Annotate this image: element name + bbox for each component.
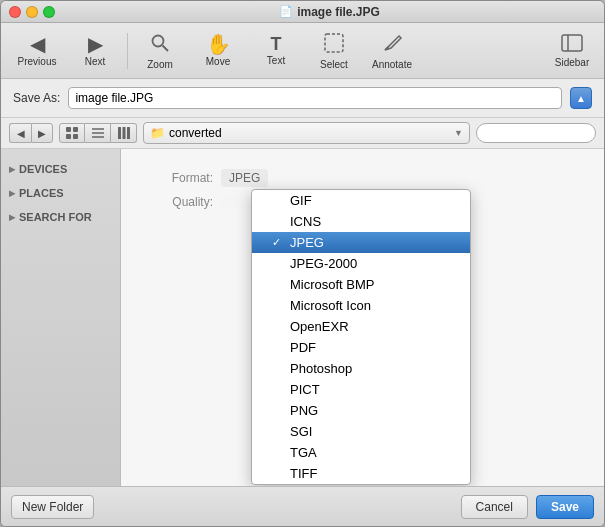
dropdown-item-jpeg2000[interactable]: JPEG-2000 [252, 253, 470, 274]
sidebar-devices-header[interactable]: ▶ DEVICES [1, 161, 120, 177]
places-label: PLACES [19, 187, 64, 199]
text-label: Text [267, 55, 285, 66]
annotate-icon [381, 32, 403, 57]
saveas-label: Save As: [13, 91, 60, 105]
view-list-button[interactable] [85, 123, 111, 143]
view-column-button[interactable] [111, 123, 137, 143]
dropdown-item-tiff[interactable]: TIFF [252, 463, 470, 484]
item-label-msft-icon: Microsoft Icon [290, 298, 371, 313]
next-button[interactable]: ▶ Next [67, 27, 123, 75]
new-folder-button[interactable]: New Folder [11, 495, 94, 519]
item-label-pdf: PDF [290, 340, 316, 355]
dropdown-item-png[interactable]: PNG [252, 400, 470, 421]
traffic-lights [9, 6, 55, 18]
dropdown-item-sgi[interactable]: SGI [252, 421, 470, 442]
dropdown-item-tga[interactable]: TGA [252, 442, 470, 463]
sidebar: ▶ DEVICES ▶ PLACES ▶ SEARCH FOR [1, 149, 121, 486]
item-label-icns: ICNS [290, 214, 321, 229]
previous-icon: ◀ [30, 34, 45, 54]
sidebar-section-search: ▶ SEARCH FOR [1, 205, 120, 229]
sidebar-icon [561, 34, 583, 55]
previous-label: Previous [18, 56, 57, 67]
location-arrow-icon: ▼ [454, 128, 463, 138]
folder-icon: 📁 [150, 126, 165, 140]
zoom-button[interactable]: Zoom [132, 27, 188, 75]
close-button[interactable] [9, 6, 21, 18]
dropdown-item-pict[interactable]: PICT [252, 379, 470, 400]
checkmark-jpeg: ✓ [272, 236, 286, 249]
devices-label: DEVICES [19, 163, 67, 175]
cancel-label: Cancel [476, 500, 513, 514]
svg-rect-15 [127, 127, 130, 139]
main-area: ▶ DEVICES ▶ PLACES ▶ SEARCH FOR [1, 149, 604, 486]
disclosure-button[interactable]: ▲ [570, 87, 592, 109]
saveas-bar: Save As: ▲ [1, 79, 604, 118]
svg-point-0 [153, 35, 164, 46]
window-title: 📄 image file.JPG [63, 5, 596, 19]
nav-back-icon: ◀ [17, 128, 25, 139]
item-label-photoshop: Photoshop [290, 361, 352, 376]
search-arrow-icon: ▶ [9, 213, 15, 222]
dropdown-item-msft-icon[interactable]: Microsoft Icon [252, 295, 470, 316]
zoom-label: Zoom [147, 59, 173, 70]
item-label-tga: TGA [290, 445, 317, 460]
dropdown-item-icns[interactable]: ICNS [252, 211, 470, 232]
title-text: image file.JPG [297, 5, 380, 19]
new-folder-label: New Folder [22, 500, 83, 514]
sidebar-search-header[interactable]: ▶ SEARCH FOR [1, 209, 120, 225]
save-button[interactable]: Save [536, 495, 594, 519]
item-label-png: PNG [290, 403, 318, 418]
annotate-button[interactable]: Annotate [364, 27, 420, 75]
item-label-gif: GIF [290, 193, 312, 208]
bottom-bar: New Folder Cancel Save [1, 486, 604, 526]
devices-arrow-icon: ▶ [9, 165, 15, 174]
text-icon: T [271, 35, 282, 53]
dropdown-item-jpeg[interactable]: ✓JPEG [252, 232, 470, 253]
move-icon: ✋ [206, 34, 231, 54]
item-label-jpeg2000: JPEG-2000 [290, 256, 357, 271]
dropdown-item-photoshop[interactable]: Photoshop [252, 358, 470, 379]
minimize-button[interactable] [26, 6, 38, 18]
move-button[interactable]: ✋ Move [190, 27, 246, 75]
quality-label: Quality: [141, 195, 221, 209]
format-label: Format: [141, 171, 221, 185]
select-icon [323, 32, 345, 57]
sidebar-label: Sidebar [555, 57, 589, 68]
dropdown-item-gif[interactable]: GIF [252, 190, 470, 211]
search-input[interactable] [476, 123, 596, 143]
format-value: JPEG [221, 169, 268, 187]
file-area: Format: JPEG Quality: GIFICNS✓JPEGJPEG-2… [121, 149, 604, 486]
item-label-tiff: TIFF [290, 466, 317, 481]
svg-rect-4 [562, 35, 582, 51]
sidebar-button[interactable]: Sidebar [548, 27, 596, 75]
dropdown-item-openexr[interactable]: OpenEXR [252, 316, 470, 337]
svg-rect-14 [122, 127, 125, 139]
places-arrow-icon: ▶ [9, 189, 15, 198]
move-label: Move [206, 56, 230, 67]
previous-button[interactable]: ◀ Previous [9, 27, 65, 75]
format-dropdown[interactable]: GIFICNS✓JPEGJPEG-2000Microsoft BMPMicros… [251, 189, 471, 485]
dropdown-item-pdf[interactable]: PDF [252, 337, 470, 358]
dropdown-item-msft-bmp[interactable]: Microsoft BMP [252, 274, 470, 295]
svg-rect-2 [325, 34, 343, 52]
save-label: Save [551, 500, 579, 514]
select-button[interactable]: Select [306, 27, 362, 75]
maximize-button[interactable] [43, 6, 55, 18]
sidebar-places-header[interactable]: ▶ PLACES [1, 185, 120, 201]
item-label-pict: PICT [290, 382, 320, 397]
filename-input[interactable] [68, 87, 562, 109]
svg-rect-6 [66, 127, 71, 132]
view-icon-button[interactable] [59, 123, 85, 143]
location-popup[interactable]: 📁 converted ▼ [143, 122, 470, 144]
window: 📄 image file.JPG ◀ Previous ▶ Next Zoom … [0, 0, 605, 527]
disclosure-arrow-icon: ▲ [576, 93, 586, 104]
cancel-button[interactable]: Cancel [461, 495, 528, 519]
nav-forward-button[interactable]: ▶ [31, 123, 53, 143]
svg-rect-13 [118, 127, 121, 139]
next-label: Next [85, 56, 106, 67]
select-label: Select [320, 59, 348, 70]
nav-back-button[interactable]: ◀ [9, 123, 31, 143]
svg-rect-9 [73, 134, 78, 139]
svg-line-1 [163, 45, 169, 51]
text-button[interactable]: T Text [248, 27, 304, 75]
